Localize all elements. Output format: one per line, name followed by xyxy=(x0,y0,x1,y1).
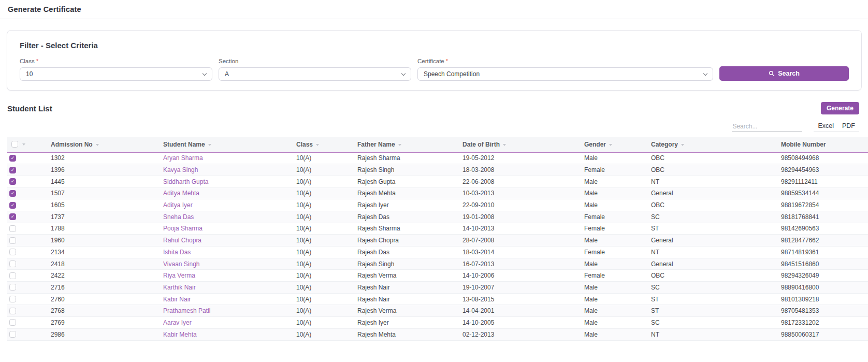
student-name-link[interactable]: Aarav Iyer xyxy=(163,319,192,326)
row-checkbox[interactable] xyxy=(9,237,16,244)
row-checkbox[interactable] xyxy=(9,260,16,267)
page-title: Generate Certificate xyxy=(8,5,81,13)
cell-dob: 10-03-2013 xyxy=(462,187,584,199)
cell-mobile: 98819672854 xyxy=(781,199,868,211)
header-date-of-birth[interactable]: Date of Birth xyxy=(462,137,584,152)
row-checkbox[interactable] xyxy=(9,190,16,197)
cell-category: NT xyxy=(651,176,781,187)
student-name-link[interactable]: Riya Verma xyxy=(163,272,195,279)
cell-admission-no: 2134 xyxy=(51,247,163,258)
header-father-name[interactable]: Father Name xyxy=(357,137,462,152)
student-name-link[interactable]: Aryan Sharma xyxy=(163,154,203,162)
cell-mobile: 98859534144 xyxy=(781,187,868,199)
student-name-link[interactable]: Kabir Nair xyxy=(163,296,191,303)
header-category[interactable]: Category xyxy=(651,137,781,152)
cell-admission-no: 1605 xyxy=(51,199,163,211)
cell-dob: 16-07-2013 xyxy=(462,258,584,270)
row-checkbox[interactable] xyxy=(9,284,16,291)
student-name-link[interactable]: Sneha Das xyxy=(163,213,194,221)
export-buttons: Excel PDF xyxy=(814,121,859,132)
table-row: 1605 Aditya Iyer 10(A) Rajesh Iyer 22-09… xyxy=(7,199,868,211)
cell-dob: 14-10-2013 xyxy=(462,223,584,235)
student-name-link[interactable]: Pooja Sharma xyxy=(163,225,202,232)
certificate-select[interactable]: Speech Competition xyxy=(417,67,713,81)
cell-dob: 14-10-2005 xyxy=(462,317,584,329)
row-checkbox[interactable] xyxy=(9,202,16,209)
cell-admission-no: 1396 xyxy=(51,164,163,176)
cell-gender: Male xyxy=(584,187,651,199)
row-checkbox[interactable] xyxy=(9,272,16,279)
cell-father-name: Rajesh Mehta xyxy=(357,187,462,199)
row-checkbox[interactable] xyxy=(9,167,16,173)
cell-mobile: 98291112411 xyxy=(781,176,868,187)
cell-father-name: Rajesh Iyer xyxy=(357,317,462,329)
row-checkbox[interactable] xyxy=(9,249,16,255)
cell-mobile: 98101309218 xyxy=(781,293,868,305)
row-checkbox[interactable] xyxy=(9,155,16,162)
cell-gender: Male xyxy=(584,235,651,247)
header-class[interactable]: Class xyxy=(296,137,357,152)
chevron-down-icon xyxy=(703,71,707,75)
section-select-value: A xyxy=(225,70,229,78)
section-select[interactable]: A xyxy=(219,67,411,81)
cell-father-name: Rajesh Nair xyxy=(357,293,462,305)
row-checkbox[interactable] xyxy=(9,308,16,314)
table-search-input[interactable] xyxy=(732,121,802,132)
cell-gender: Male xyxy=(584,199,651,211)
row-checkbox[interactable] xyxy=(9,331,16,338)
table-header-row: Admission No Student Name Class Father N… xyxy=(7,137,868,152)
chevron-down-icon xyxy=(202,71,207,75)
cell-category: General xyxy=(651,235,781,247)
row-checkbox[interactable] xyxy=(9,296,16,302)
header-student-name[interactable]: Student Name xyxy=(163,137,296,152)
search-button[interactable]: Search xyxy=(719,66,849,81)
cell-category: NT xyxy=(651,328,781,340)
certificate-label: Certificate* xyxy=(417,58,713,64)
row-checkbox[interactable] xyxy=(9,178,16,185)
student-name-link[interactable]: Kavya Singh xyxy=(163,166,198,173)
student-name-link[interactable]: Aditya Mehta xyxy=(163,190,199,197)
cell-dob: 18-03-2014 xyxy=(462,247,584,258)
header-gender[interactable]: Gender xyxy=(584,137,651,152)
generate-button[interactable]: Generate xyxy=(821,102,859,114)
student-name-link[interactable]: Ishita Das xyxy=(163,249,191,256)
cell-father-name: Rajesh Verma xyxy=(357,305,462,317)
cell-mobile: 98850060317 xyxy=(781,328,868,340)
chevron-down-icon xyxy=(401,71,406,75)
sort-icon xyxy=(681,144,684,146)
sort-icon xyxy=(609,144,612,146)
cell-mobile: 98142690563 xyxy=(781,223,868,235)
cell-father-name: Rajesh Verma xyxy=(357,270,462,282)
cell-admission-no: 1737 xyxy=(51,211,163,223)
sort-icon xyxy=(22,143,25,146)
header-select-all[interactable] xyxy=(7,137,51,152)
row-checkbox[interactable] xyxy=(9,225,16,232)
cell-gender: Male xyxy=(584,152,651,164)
header-admission-no[interactable]: Admission No xyxy=(51,137,163,152)
cell-father-name: Rajesh Singh xyxy=(357,258,462,270)
student-name-link[interactable]: Rahul Chopra xyxy=(163,237,201,244)
sort-icon xyxy=(316,144,319,146)
table-row: 2769 Aarav Iyer 10(A) Rajesh Iyer 14-10-… xyxy=(7,317,868,329)
class-select[interactable]: 10 xyxy=(20,67,212,81)
cell-mobile: 98294454963 xyxy=(781,164,868,176)
row-checkbox[interactable] xyxy=(9,319,16,326)
student-name-link[interactable]: Prathamesh Patil xyxy=(163,307,210,314)
cell-gender: Male xyxy=(584,305,651,317)
student-name-link[interactable]: Aditya Iyer xyxy=(163,201,193,209)
select-all-checkbox[interactable] xyxy=(11,141,18,148)
student-name-link[interactable]: Karthik Nair xyxy=(163,284,196,291)
student-name-link[interactable]: Vivaan Singh xyxy=(163,260,200,268)
table-row: 2134 Ishita Das 10(A) Rajesh Das 18-03-2… xyxy=(7,247,868,258)
student-name-link[interactable]: Kabir Mehta xyxy=(163,331,197,338)
student-name-link[interactable]: Siddharth Gupta xyxy=(163,178,208,185)
export-excel-button[interactable]: Excel xyxy=(814,121,838,132)
row-checkbox[interactable] xyxy=(9,213,16,220)
cell-class: 10(A) xyxy=(296,270,357,282)
table-row: 2422 Riya Verma 10(A) Rajesh Verma 14-10… xyxy=(7,270,868,282)
cell-dob: 19-01-2008 xyxy=(462,211,584,223)
export-pdf-button[interactable]: PDF xyxy=(838,121,859,132)
cell-gender: Male xyxy=(584,317,651,329)
cell-father-name: Rajesh Nair xyxy=(357,282,462,294)
header-mobile-number[interactable]: Mobile Number xyxy=(781,137,868,152)
